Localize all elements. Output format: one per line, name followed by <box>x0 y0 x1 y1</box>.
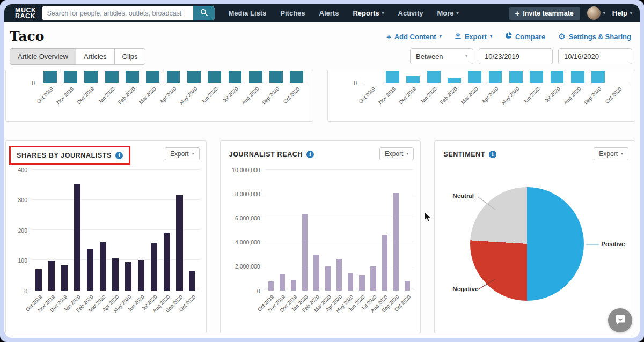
bar <box>126 71 139 83</box>
bar <box>61 265 68 290</box>
pie-chart-icon <box>505 32 512 41</box>
bar <box>370 266 376 291</box>
pie-label-neutral: Neutral <box>452 192 474 199</box>
x-label-slot: Oct 2020 <box>188 291 197 325</box>
export-button[interactable]: Export ▾ <box>379 147 414 160</box>
bar-slot <box>267 170 275 291</box>
bar <box>313 255 319 290</box>
y-tick-label: 0 <box>24 288 27 294</box>
bar <box>509 71 523 83</box>
y-axis: 0100200300400 <box>8 170 32 291</box>
card-title: SENTIMENT <box>443 151 485 158</box>
nav-item-reports[interactable]: Reports▾ <box>353 9 384 17</box>
invite-teammate-button[interactable]: + Invite teammate <box>509 7 580 20</box>
bar-slot <box>487 71 503 83</box>
x-tick-label: Oct 2020 <box>282 86 301 105</box>
y-tick-label: 2,000,000 <box>235 263 260 270</box>
x-tick-label: Jan 2020 <box>419 86 437 105</box>
add-content-button[interactable]: + Add Content ▾ <box>386 33 442 41</box>
settings-sharing-button[interactable]: ⚙ Settings & Sharing <box>558 33 631 41</box>
gear-icon: ⚙ <box>558 33 565 41</box>
bar <box>489 71 502 83</box>
nav-item-alerts[interactable]: Alerts <box>319 9 339 17</box>
bar-slot <box>175 170 184 291</box>
bar-slot <box>364 71 380 83</box>
range-operator-select[interactable]: Between ▾ <box>410 48 473 64</box>
export-button[interactable]: Export ▾ <box>455 32 492 41</box>
x-label-slot: Oct 2020 <box>289 83 305 114</box>
start-date-input[interactable] <box>479 48 553 64</box>
bar-slot <box>42 71 58 83</box>
tab-clips[interactable]: Clips <box>114 48 146 65</box>
x-label-slot: Mar 2020 <box>467 83 483 114</box>
bar-slot <box>137 170 146 291</box>
export-button[interactable]: Export ▾ <box>165 147 200 160</box>
plot-area <box>39 71 308 83</box>
bar-slot <box>83 71 99 83</box>
global-search <box>42 6 215 20</box>
y-tick-label: 0 <box>257 288 260 294</box>
tab-article-overview[interactable]: Article Overview <box>10 48 76 65</box>
nav-item-media-lists[interactable]: Media Lists <box>229 9 267 17</box>
bar <box>268 281 274 291</box>
bar-slot <box>104 71 120 83</box>
bar <box>348 273 353 291</box>
bar <box>359 275 364 290</box>
x-tick-label: Jun 2020 <box>200 86 218 105</box>
info-icon[interactable]: i <box>115 152 123 159</box>
muckrack-page: MUCK RACK Media Lists Pitches Alerts Rep <box>4 4 640 338</box>
download-icon <box>455 32 462 41</box>
bar <box>138 260 144 290</box>
info-icon[interactable]: i <box>489 151 496 158</box>
x-label-slot: Sep 2020 <box>268 83 284 114</box>
bar-slot <box>467 71 483 83</box>
report-header: Taco + Add Content ▾ Export ▾ <box>4 22 640 47</box>
sentiment-card: SENTIMENT i Export ▾ Neutral Positive <box>434 140 635 333</box>
bar-slot <box>347 170 354 291</box>
x-tick-label: Feb 2020 <box>439 86 458 105</box>
bar <box>35 269 42 290</box>
nav-right: + Invite teammate ▾ Help ▾ <box>509 6 632 20</box>
pie-label-negative: Negative <box>452 286 478 292</box>
user-menu[interactable]: ▾ <box>587 6 605 20</box>
chat-launcher-button[interactable] <box>608 308 632 332</box>
tab-articles[interactable]: Articles <box>76 48 115 65</box>
bar-slot <box>392 170 400 291</box>
x-tick-label: Jan 2020 <box>97 86 115 105</box>
search-button[interactable] <box>193 6 215 20</box>
x-axis-labels: Oct 2019Nov 2019Dec 2019Jan 2020Feb 2020… <box>265 291 414 325</box>
x-label-slot: Feb 2020 <box>446 83 462 114</box>
nav-item-activity[interactable]: Activity <box>398 9 423 17</box>
y-axis: 0 <box>6 71 39 83</box>
bar-slot <box>165 71 181 83</box>
bar <box>427 71 441 83</box>
bar <box>551 71 564 83</box>
muckrack-logo[interactable]: MUCK RACK <box>15 8 36 19</box>
export-button[interactable]: Export ▾ <box>594 147 628 160</box>
bar <box>189 271 195 291</box>
nav-item-pitches[interactable]: Pitches <box>280 9 305 17</box>
bar <box>43 71 57 83</box>
bar-series <box>32 170 200 291</box>
bar-slot <box>145 71 161 83</box>
end-date-input[interactable] <box>558 48 632 64</box>
compare-button[interactable]: Compare <box>505 32 545 41</box>
x-tick-label: Oct 2019 <box>357 86 376 105</box>
chevron-down-icon: ▾ <box>457 11 459 16</box>
x-tick-label: Feb 2020 <box>117 86 136 105</box>
info-icon[interactable]: i <box>306 151 314 158</box>
help-menu[interactable]: Help ▾ <box>612 9 632 17</box>
nav-item-more[interactable]: More▾ <box>437 9 459 17</box>
chevron-down-icon: ▾ <box>406 152 408 156</box>
x-tick-label: Mar 2020 <box>137 86 157 105</box>
bar-slot <box>162 170 171 291</box>
x-label-slot: Oct 2019 <box>42 83 58 114</box>
top-right-mini-chart: 0Oct 2019Nov 2019Dec 2019Jan 2020Feb 202… <box>328 71 630 114</box>
bar-slot <box>188 170 197 291</box>
bar <box>290 71 303 83</box>
card-title: JOURNALIST REACH <box>229 151 303 158</box>
search-input[interactable] <box>42 6 193 20</box>
bar <box>249 71 262 83</box>
bar-slot <box>312 170 320 291</box>
x-label-slot: Jul 2020 <box>227 83 243 114</box>
